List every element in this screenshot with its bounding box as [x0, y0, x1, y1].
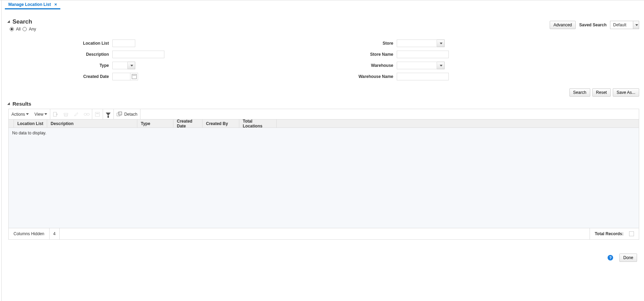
- link-icon: [81, 109, 92, 119]
- chevron-down-icon: [7, 102, 11, 106]
- columns-hidden-count: 4: [50, 228, 60, 239]
- col-description[interactable]: Description: [47, 119, 137, 127]
- created-date-input[interactable]: [112, 73, 130, 80]
- store-input[interactable]: [397, 39, 437, 47]
- created-date-label: Created Date: [71, 74, 112, 79]
- col-type[interactable]: Type: [137, 119, 173, 127]
- warehouse-input[interactable]: [397, 62, 437, 69]
- detach-icon: [117, 112, 122, 117]
- svg-point-7: [87, 113, 89, 115]
- chevron-down-icon: [7, 20, 11, 24]
- tab-manage-location-list[interactable]: Manage Location List ×: [5, 0, 60, 9]
- total-records-label: Total Records:: [595, 231, 624, 236]
- save-as-button[interactable]: Save As...: [613, 88, 639, 97]
- match-all-radio[interactable]: [10, 27, 14, 31]
- description-input[interactable]: [112, 51, 164, 58]
- col-total-locations[interactable]: Total Locations: [239, 119, 277, 127]
- reset-button[interactable]: Reset: [592, 88, 611, 97]
- results-heading: Results: [12, 101, 31, 107]
- chevron-down-icon[interactable]: [437, 62, 445, 69]
- created-date-picker[interactable]: [112, 73, 138, 80]
- store-select[interactable]: [397, 39, 445, 47]
- total-records-value: [629, 231, 634, 236]
- saved-search-value: Default: [610, 21, 633, 29]
- col-created-date[interactable]: Created Date: [173, 119, 203, 127]
- search-section-header[interactable]: Search: [8, 18, 36, 25]
- columns-hidden-label: Columns Hidden: [9, 228, 50, 239]
- type-label: Type: [71, 63, 112, 68]
- svg-point-6: [84, 113, 87, 115]
- actions-menu[interactable]: Actions: [9, 112, 32, 117]
- chevron-down-icon[interactable]: [633, 21, 639, 29]
- search-button[interactable]: Search: [569, 88, 590, 97]
- warehouse-select[interactable]: [397, 62, 445, 69]
- match-any-radio[interactable]: [23, 27, 27, 31]
- results-section-header[interactable]: Results: [8, 101, 639, 107]
- tab-label: Manage Location List: [8, 2, 51, 7]
- done-button[interactable]: Done: [619, 254, 637, 262]
- chevron-down-icon[interactable]: [128, 62, 135, 69]
- store-name-input[interactable]: [397, 51, 449, 58]
- export-icon: [92, 109, 103, 119]
- svg-rect-9: [96, 113, 99, 114]
- type-input[interactable]: [112, 62, 128, 69]
- col-location-list[interactable]: Location List: [14, 119, 47, 127]
- grid-header-row: Location List Description Type Created D…: [9, 119, 639, 128]
- warehouse-name-input[interactable]: [397, 73, 449, 80]
- create-icon: [50, 109, 61, 119]
- location-list-input[interactable]: [112, 39, 135, 47]
- filter-icon[interactable]: [103, 109, 113, 119]
- type-select[interactable]: [112, 62, 135, 69]
- calendar-icon[interactable]: [130, 73, 138, 80]
- view-menu[interactable]: View: [32, 112, 50, 117]
- advanced-button[interactable]: Advanced: [550, 21, 576, 29]
- svg-rect-8: [95, 112, 100, 116]
- saved-search-label: Saved Search: [579, 23, 607, 27]
- saved-search-select[interactable]: Default: [610, 21, 639, 29]
- store-name-label: Store Name: [355, 52, 397, 57]
- help-icon[interactable]: ?: [608, 255, 613, 260]
- match-any-label: Any: [29, 27, 36, 32]
- warehouse-label: Warehouse: [355, 63, 397, 68]
- description-label: Description: [71, 52, 112, 57]
- store-label: Store: [355, 41, 397, 46]
- detach-button[interactable]: Detach: [114, 112, 140, 117]
- basket-icon: [61, 109, 71, 119]
- search-heading: Search: [12, 18, 32, 25]
- match-all-label: All: [16, 27, 20, 32]
- col-created-by[interactable]: Created By: [203, 119, 239, 127]
- tab-close-icon[interactable]: ×: [54, 2, 57, 7]
- location-list-label: Location List: [71, 41, 112, 46]
- edit-icon: [71, 109, 81, 119]
- warehouse-name-label: Warehouse Name: [355, 74, 397, 79]
- grid-empty-message: No data to display.: [9, 128, 639, 228]
- chevron-down-icon[interactable]: [437, 39, 445, 47]
